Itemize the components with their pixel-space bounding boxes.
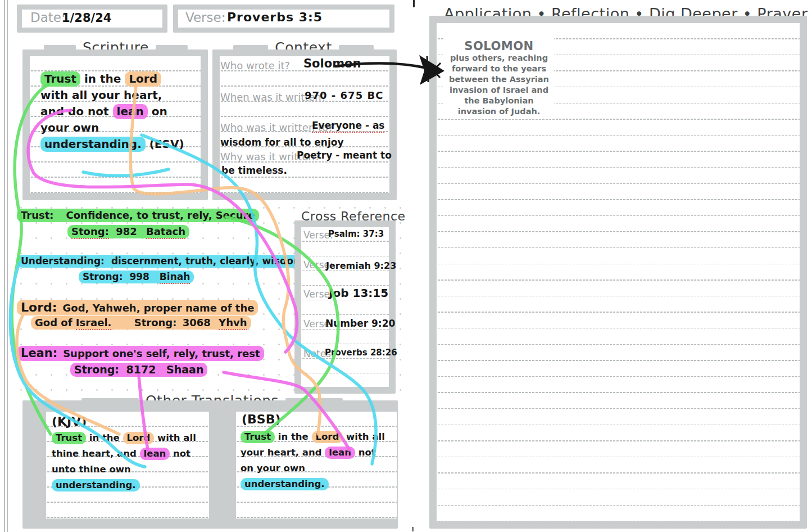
strong-number: 998 — [129, 271, 149, 282]
strong-number: 3068 — [183, 317, 211, 328]
context-a4-value[interactable]: Poetry - meant to — [297, 150, 392, 161]
definition: Confidence, to trust, rely, Secure — [66, 209, 255, 221]
highlight-understanding[interactable]: understanding. — [241, 478, 329, 490]
term: Understanding: — [21, 255, 105, 267]
strong-word: Binah — [160, 271, 190, 284]
scripture-segment: (ESV) — [146, 137, 184, 151]
solomon-callout: SOLOMON plus others, reaching forward to… — [444, 37, 554, 119]
context-a4-value-line2[interactable]: be timeless. — [221, 165, 287, 176]
word-study-understanding-strong[interactable]: Strong: 998 Binah — [79, 270, 194, 283]
highlight-lord[interactable]: Lord — [123, 432, 155, 444]
word-study-understanding[interactable]: Understanding:discernment, truth, clearl… — [17, 255, 307, 268]
bible-study-journal-spread: Date: 1/28/24 Verse: Proverbs 3:5 Script… — [0, 0, 812, 532]
highlight-lord[interactable]: Lord — [312, 431, 343, 443]
scripture-text[interactable]: Trust in the Lord with all your heart, a… — [40, 71, 188, 152]
callout-title: SOLOMON — [448, 39, 550, 53]
strong-label: Strong: — [83, 271, 123, 282]
highlight-trust[interactable]: Trust — [40, 71, 80, 87]
highlight-lord[interactable]: Lord — [125, 71, 161, 87]
strong-label: Stong: — [71, 226, 109, 239]
term: Lord: — [21, 300, 57, 314]
kjv-segment: in the — [86, 432, 123, 443]
word-study-lean-strong[interactable]: Strong: 8172 Shaan — [70, 363, 207, 377]
highlight-lean[interactable]: lean — [325, 447, 355, 459]
definition: Support one's self, rely, trust, rest — [63, 348, 260, 359]
word-study-lord[interactable]: Lord:God, Yahweh, proper name of the — [17, 300, 258, 315]
context-a3-value[interactable]: Everyone - as — [312, 120, 384, 133]
strong-number: 8172 — [126, 363, 156, 376]
term: Lean: — [21, 346, 57, 360]
cross-reference-paper[interactable] — [301, 227, 389, 387]
date-value[interactable]: 1/28/24 — [62, 11, 111, 25]
verse-label: Verse: — [185, 10, 225, 25]
cross-ref-row-value[interactable]: Psalm: 37:3 — [328, 229, 384, 239]
callout-body: plus others, reaching forward to the yea… — [448, 53, 550, 117]
cross-ref-notes-value[interactable]: Proverbs 28:26 — [325, 348, 397, 358]
strong-word: Yhvh — [219, 317, 247, 330]
kjv-label: (KJV) — [52, 414, 87, 429]
strong-word: Batach — [146, 226, 185, 239]
strong-number: 982 — [116, 226, 137, 237]
highlight-understanding[interactable]: understanding. — [52, 479, 140, 492]
page-edge-line — [4, 0, 5, 532]
definition: God, Yahweh, proper name of the — [63, 302, 255, 314]
definition-line2: God of — [35, 317, 76, 328]
verse-value[interactable]: Proverbs 3:5 — [227, 10, 323, 24]
kjv-text[interactable]: Trust in the Lord with all thine heart, … — [52, 430, 200, 493]
cross-ref-row-value[interactable]: Jeremiah 9:23 — [326, 260, 396, 271]
word-study-lean[interactable]: Lean:Support one's self, rely, trust, re… — [17, 346, 264, 361]
definition-line2-word: Israel. — [76, 317, 112, 330]
bsb-text[interactable]: Trust in the Lord with all your heart, a… — [241, 429, 388, 492]
context-a3-value-line2[interactable]: wisdom for all to enjoy — [220, 137, 344, 148]
context-a2-value[interactable]: 970 - 675 BC — [305, 89, 383, 101]
definition: discernment, truth, clearly, wisdom — [111, 255, 303, 267]
highlight-trust[interactable]: Trust — [52, 432, 86, 444]
highlight-lean[interactable]: lean — [140, 448, 170, 460]
strong-label: Strong: — [74, 363, 119, 376]
page-center-mark — [412, 527, 414, 531]
page-center-mark — [413, 0, 415, 7]
date-label: Date: — [30, 10, 66, 25]
strong-word: Shaan — [166, 363, 203, 376]
strong-label: Strong: — [134, 317, 177, 328]
term: Trust: — [21, 209, 54, 221]
word-study-lord-strong[interactable]: God of Israel. Strong: 3068 Yhvh — [31, 316, 251, 330]
page-edge-line — [7, 0, 8, 532]
word-study-trust[interactable]: Trust:Confidence, to trust, rely, Secure — [17, 209, 259, 222]
context-q1-label: Who wrote it? — [220, 60, 290, 71]
scripture-segment: in the — [80, 72, 125, 85]
cross-ref-row-value[interactable]: Job 13:15 — [329, 286, 388, 300]
highlight-understanding[interactable]: understanding. — [40, 137, 146, 152]
bsb-segment: in the — [275, 431, 311, 442]
context-a1-value[interactable]: Solomon — [303, 57, 361, 70]
bsb-label: (BSB) — [242, 412, 281, 426]
cross-ref-row-value[interactable]: Number 9:20 — [325, 318, 395, 329]
word-study-trust-strong[interactable]: Stong: 982 Batach — [67, 225, 189, 238]
highlight-trust[interactable]: Trust — [241, 431, 275, 443]
highlight-lean[interactable]: lean — [113, 104, 148, 119]
